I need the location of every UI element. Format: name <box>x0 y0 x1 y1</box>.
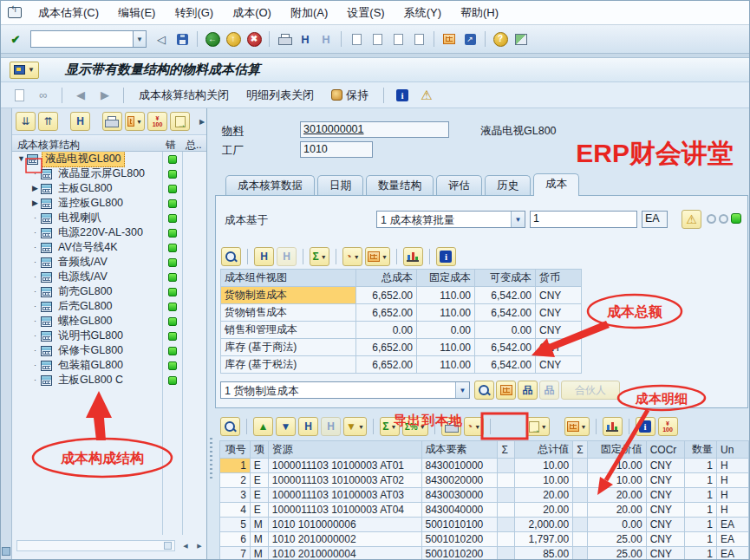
tree-print-button[interactable]: ▼ <box>102 112 122 131</box>
col-total[interactable]: 总成本 <box>356 270 417 287</box>
tab-成本[interactable]: 成本 <box>533 173 579 196</box>
tree-item-label[interactable]: 电视喇叭 <box>55 211 104 225</box>
tree-collapsed-icon[interactable]: ▶ <box>29 196 41 211</box>
tree-item-label[interactable]: 主板GL800 C <box>55 373 126 387</box>
detail-table-row[interactable]: 2E1000011103 10100003 AT02843002000010.0… <box>220 473 749 488</box>
detail-table-row[interactable]: 6M1010 201000000250010102001,797.0025.00… <box>220 532 749 547</box>
close-costing-structure-button[interactable]: 成本核算结构关闭 <box>133 85 235 106</box>
detail-magnifier-button[interactable] <box>221 247 241 266</box>
grid-graphic-button[interactable] <box>603 417 623 436</box>
menu-item[interactable]: 系统(Y) <box>395 2 451 24</box>
col-fixed-value[interactable]: 固定价值 <box>587 441 646 459</box>
tree-item-label[interactable]: 保修卡GL800 <box>55 343 126 358</box>
tab-数量结构[interactable]: 数量结构 <box>366 175 434 196</box>
col-resource[interactable]: 资源 <box>268 441 421 459</box>
scrollbar-thumb[interactable] <box>164 542 172 550</box>
plant-input[interactable]: 1010 <box>300 141 373 158</box>
col-sigma1[interactable]: Σ <box>498 441 515 459</box>
tree-item[interactable]: ·螺栓GL800 <box>12 314 206 329</box>
footer-hierarchy-button[interactable]: 品 <box>518 381 538 400</box>
menu-item[interactable]: 附加(A) <box>281 2 337 24</box>
tree-collapsed-icon[interactable]: ▶ <box>29 181 41 196</box>
tree-expanded-icon[interactable]: ▼ <box>16 152 27 166</box>
col-cocr[interactable]: COCr <box>646 441 685 459</box>
footer-columns-button[interactable] <box>496 381 516 400</box>
tree-item-label[interactable]: 主板GL800 <box>55 181 115 196</box>
detail-table-row[interactable]: 1E1000011103 10100003 AT01843001000010.0… <box>220 459 749 473</box>
find-button[interactable]: H <box>296 29 315 49</box>
tree-item[interactable]: ·后壳GL800 <box>12 299 206 314</box>
col-item-no[interactable]: 项号 <box>220 441 251 459</box>
grid-layout-button[interactable]: ▼ <box>564 417 590 436</box>
tree-item-label[interactable]: 液晶显示屏GL800 <box>55 166 147 181</box>
menu-item[interactable]: 帮助(H) <box>451 2 508 24</box>
tab-日期[interactable]: 日期 <box>317 175 363 196</box>
col-total-value[interactable]: 总计值 <box>515 441 573 459</box>
footer-hierarchy2-button[interactable]: 品 <box>539 381 559 400</box>
tree-item[interactable]: ▶主板GL800 <box>12 181 206 196</box>
command-dropdown-icon[interactable]: ▼ <box>133 30 147 48</box>
exit-button[interactable]: ↑ <box>224 29 243 49</box>
tab-评估[interactable]: 评估 <box>436 175 482 196</box>
sort-desc-button[interactable]: ▼ <box>276 417 296 436</box>
subtotal-button[interactable]: Σ%▼ <box>402 417 428 436</box>
tree-item[interactable]: ·电源220V-AL-300 <box>12 225 206 240</box>
tree-item[interactable]: ▶遥控板GL800 <box>12 196 206 211</box>
view-info-button[interactable]: i <box>436 247 456 266</box>
tree-item-label[interactable]: 螺栓GL800 <box>55 314 115 329</box>
tree-item[interactable]: ·音频线/AV <box>12 255 206 270</box>
tree-item-label[interactable]: 后壳GL800 <box>55 299 115 314</box>
material-input[interactable]: 3010000001 <box>300 121 449 138</box>
tree-item[interactable]: ▼液晶电视GL800 <box>12 152 206 166</box>
col-cost-element[interactable]: 成本要素 <box>421 441 498 459</box>
tree-item[interactable]: ·电视喇叭 <box>12 211 206 225</box>
tree-item-label[interactable]: 电源线/AV <box>55 270 110 284</box>
grid-sum-button[interactable]: Σ▼ <box>380 417 400 436</box>
tree-item-label[interactable]: 前壳GL800 <box>55 284 115 299</box>
tree-item-label[interactable]: 说明书GL800 <box>55 329 126 343</box>
scroll-right-icon[interactable]: ▶ <box>193 540 205 551</box>
lot-qty-input[interactable]: 1 <box>530 211 637 228</box>
previous-item-button[interactable]: ◀ <box>71 86 90 105</box>
tree-layout-button[interactable]: ▼ <box>125 112 145 131</box>
enter-button[interactable]: ✔ <box>6 29 25 49</box>
grid-views-button[interactable]: ◔▼ <box>464 417 484 436</box>
col-category[interactable]: 项 <box>250 441 268 459</box>
grid-info-button[interactable]: i <box>636 417 655 436</box>
messages-button[interactable]: ⚠ <box>417 86 436 105</box>
col-qty[interactable]: 数量 <box>685 441 717 459</box>
first-page-button[interactable] <box>347 29 366 49</box>
menu-item[interactable]: 成本估算(C) <box>29 2 108 24</box>
hold-button[interactable]: 保持 <box>325 85 375 106</box>
cost-table-row[interactable]: 货物销售成本6,652.00110.006,542.00CNY <box>221 304 582 322</box>
filter-button[interactable]: ▼▼ <box>343 417 367 436</box>
system-menu-icon[interactable] <box>8 7 22 18</box>
col-unit[interactable]: Un <box>716 441 748 459</box>
view-views-button[interactable]: ◔▼ <box>342 247 362 266</box>
tree-item[interactable]: ·液晶显示屏GL800 <box>12 166 206 181</box>
back-triangle-icon[interactable]: ◁ <box>152 29 171 49</box>
costing-lot-size-select[interactable]: 1 成本核算批量▼ <box>376 211 525 228</box>
cost-view-select[interactable]: 1 货物制造成本▼ <box>220 381 470 399</box>
col-fixed[interactable]: 固定成本 <box>417 270 475 287</box>
cost-table-row[interactable]: 销售和管理成本0.000.000.00CNY <box>221 322 582 339</box>
grid-find-button[interactable]: H <box>298 417 318 436</box>
col-currency[interactable]: 货币 <box>536 270 582 287</box>
expand-all-button[interactable]: ⇊ <box>16 112 36 131</box>
tree-item[interactable]: ·前壳GL800 <box>12 284 206 299</box>
display-glasses-button[interactable]: ∞ <box>34 86 53 105</box>
tree-item[interactable]: ·说明书GL800 <box>12 329 206 343</box>
next-item-button[interactable]: ▶ <box>95 86 114 105</box>
tree-export-button[interactable] <box>170 112 190 131</box>
detail-table-row[interactable]: 7M1010 2010000004500101020085.0025.00CNY… <box>220 547 749 560</box>
unit-field[interactable]: EA <box>642 211 668 228</box>
command-field[interactable] <box>30 30 133 48</box>
view-layout-button[interactable]: ▼ <box>365 247 390 266</box>
tree-currency-button[interactable]: ¥100 <box>147 112 167 131</box>
back-button[interactable]: ← <box>203 29 222 49</box>
detail-table-row[interactable]: 5M1010 101000000650010101002,000.000.00C… <box>220 518 749 532</box>
view-sum-button[interactable]: Σ▼ <box>310 247 329 266</box>
tree-item[interactable]: ·AV信号线4K <box>12 240 206 255</box>
info-button[interactable]: i <box>393 86 412 105</box>
save-button[interactable] <box>173 29 192 49</box>
